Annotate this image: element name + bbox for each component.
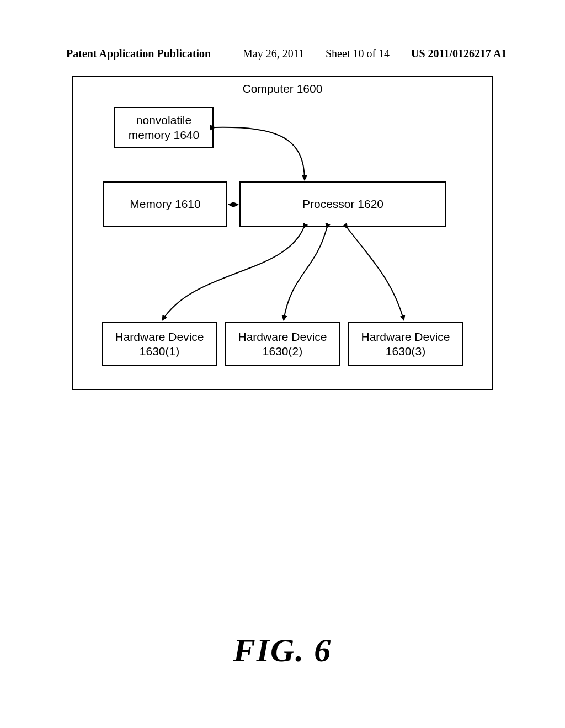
figure-caption: FIG. 6 <box>0 631 565 670</box>
box-processor: Processor 1620 <box>239 181 446 227</box>
computer-title: Computer 1600 <box>73 82 492 95</box>
box-hardware-device-2: Hardware Device1630(2) <box>225 322 340 366</box>
box-memory: Memory 1610 <box>103 181 227 227</box>
box-nonvolatile-memory: nonvolatilememory 1640 <box>114 107 214 148</box>
box-hardware-device-1: Hardware Device1630(1) <box>102 322 217 366</box>
page: Patent Application Publication May 26, 2… <box>0 0 565 728</box>
box-hardware-device-3: Hardware Device1630(3) <box>348 322 463 366</box>
header-sheet: Sheet 10 of 14 <box>326 47 390 60</box>
header-pubtype: Patent Application Publication <box>66 47 211 60</box>
header-date: May 26, 2011 <box>243 47 304 60</box>
header-pubno: US 2011/0126217 A1 <box>411 47 507 60</box>
computer-outer-box: Computer 1600 nonvolatilememory 1640 Mem… <box>72 76 493 390</box>
